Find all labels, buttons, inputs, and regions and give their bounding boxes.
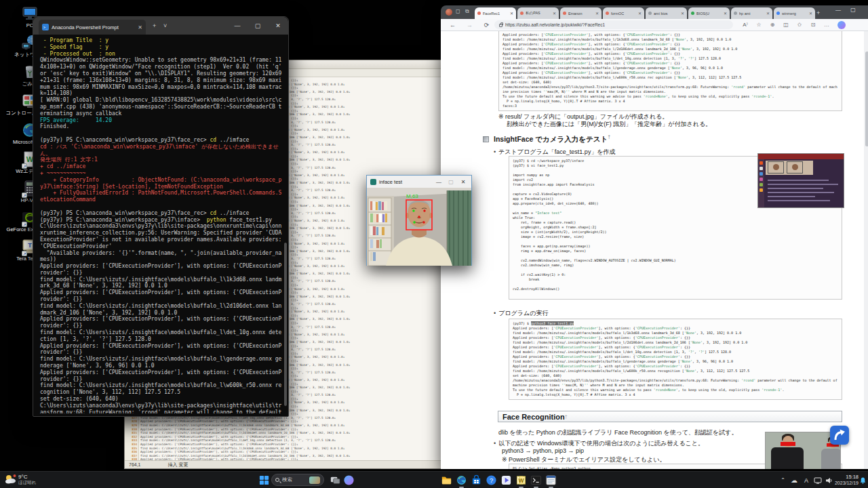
landmark-nose <box>418 216 420 218</box>
copilot-icon[interactable] <box>837 21 846 29</box>
svg-text:?: ? <box>490 476 493 484</box>
browser-tab-2[interactable]: 私のPAS✕ <box>517 7 559 19</box>
date-text: 2023/12/19 <box>835 480 859 486</box>
browser-tab-4[interactable]: formOC✕ <box>603 7 644 19</box>
thumbnail-face-2 <box>787 161 803 174</box>
browser-window[interactable]: ◻ ⧉ FaceRec1✕私のPAS✕Emanon✕formOC✕ami bio… <box>441 5 868 469</box>
start-button[interactable] <box>258 474 270 486</box>
anchor-icon[interactable]: † <box>565 414 568 419</box>
bullet-run-program: プログラムの実行 <box>494 309 548 318</box>
section-heading-face-recognition: Face Recognition † <box>498 411 842 422</box>
heading-bullet-square <box>483 136 489 142</box>
intro-paragraph: dlib を使った Python の顔認識ライブラリ Face Recognit… <box>498 428 738 437</box>
tab-label: ami bios <box>654 12 679 16</box>
terminal-window[interactable]: >_ Anaconda Powershell Prompt ✕ + ˅ — ▢ … <box>33 16 289 417</box>
page-scrollbar[interactable] <box>864 31 868 469</box>
taskbar-copilot-button[interactable] <box>343 474 355 486</box>
taskbar-microsoft-store-button[interactable] <box>471 474 482 486</box>
svg-text:T: T <box>28 242 32 249</box>
terminal-scrollbar[interactable] <box>283 35 288 413</box>
terminal-maximize-button[interactable]: ▢ <box>248 17 268 35</box>
tab-close-icon[interactable]: ✕ <box>724 11 727 16</box>
terminal-tab[interactable]: >_ Anaconda Powershell Prompt ✕ <box>39 20 146 35</box>
webcam-minimize-button[interactable]: — <box>434 179 443 185</box>
browser-tab-1[interactable]: FaceRec1✕ <box>475 7 516 19</box>
notification-bell-icon[interactable] <box>859 472 867 488</box>
editor-statusbar: 764,1 挿入 変更 <box>125 460 474 468</box>
browser-tab-3[interactable]: Emanon✕ <box>560 7 601 19</box>
screenshot-thumbnail-ubuntu[interactable] <box>757 153 844 208</box>
favorites-bar-icon[interactable]: ✩ <box>793 22 806 28</box>
taskbar-edge-browser-button[interactable] <box>456 474 467 486</box>
browser-tab-8[interactable]: winmerg✕ <box>774 7 815 19</box>
browser-toolbar: ← → ⟳ https://izutsu.aafl.netvolante.jp/… <box>441 19 868 31</box>
volume-icon[interactable] <box>825 472 833 488</box>
split-screen-icon[interactable]: ◫ <box>779 22 793 28</box>
tab-favicon-icon <box>606 12 609 15</box>
terminal-minimize-button[interactable]: — <box>227 17 248 35</box>
tab-close-icon[interactable]: ✕ <box>681 11 684 16</box>
tab-label: Emanon <box>568 12 593 16</box>
page-top-button[interactable] <box>830 426 849 445</box>
webcam-titlebar[interactable]: inface test — ▢ ✕ <box>367 176 471 188</box>
browser-new-tab-button[interactable]: + <box>816 9 820 16</box>
browser-tabstrip: ◻ ⧉ FaceRec1✕私のPAS✕Emanon✕formOC✕ami bio… <box>441 5 868 19</box>
tab-close-icon[interactable]: ✕ <box>766 11 770 16</box>
webcam-window[interactable]: inface test — ▢ ✕ <box>366 175 472 266</box>
tray-chevron-icon[interactable]: ⌃ <box>781 472 785 488</box>
browser-minimize-button[interactable]: — <box>831 7 845 13</box>
taskbar-clipchamp-button[interactable] <box>500 474 512 486</box>
address-bar[interactable]: https://izutsu.aafl.netvolante.jp/pukiwi… <box>494 20 733 29</box>
tab-close-icon[interactable]: ✕ <box>595 11 599 16</box>
taskbar-winmerge-button[interactable]: W <box>515 474 527 486</box>
terminal-tab-close-icon[interactable]: ✕ <box>138 24 142 30</box>
task-view-button[interactable] <box>330 474 341 486</box>
profile-avatar[interactable] <box>446 9 452 16</box>
new-tab-button[interactable]: + <box>153 22 156 30</box>
shortcut-arrow-icon: ↗ <box>22 192 27 198</box>
landmark-left-eye <box>412 209 414 211</box>
taskbar-search[interactable]: 検索 <box>271 474 324 486</box>
terminal-close-button[interactable]: ✕ <box>268 17 288 35</box>
refresh-button[interactable]: ⟳ <box>481 22 492 28</box>
taskbar-get-help-button[interactable]: ? <box>486 474 497 486</box>
tab-actions-icon[interactable]: ⧉ <box>465 8 469 15</box>
settings-menu-icon[interactable]: … <box>820 22 833 28</box>
tab-close-icon[interactable]: ✕ <box>553 11 556 16</box>
favorites-icon[interactable]: ☆ <box>752 22 766 28</box>
webcam-close-button[interactable]: ✕ <box>458 179 468 185</box>
powershell-icon: >_ <box>42 24 49 30</box>
webcam-maximize-button[interactable]: ▢ <box>446 179 456 185</box>
display-cast-icon[interactable] <box>814 472 822 488</box>
tab-favicon-icon <box>648 12 652 15</box>
taskbar-windows-terminal-button[interactable] <box>530 474 542 486</box>
workspaces-icon[interactable]: ◻ <box>456 8 460 14</box>
tab-close-icon[interactable]: ✕ <box>638 11 642 16</box>
extensions-icon[interactable]: ⊡ <box>806 22 820 28</box>
landmark-mouth-left <box>413 221 415 223</box>
browser-maximize-button[interactable]: ▢ <box>846 7 860 13</box>
onedrive-icon[interactable]: ☁ <box>791 472 797 488</box>
anchor-icon[interactable]: † <box>608 134 610 139</box>
taskbar-text-editor-app-button[interactable] <box>545 474 557 486</box>
tab-close-icon[interactable]: ✕ <box>809 11 812 16</box>
ubuntu-dock <box>758 159 764 207</box>
read-aloud-icon[interactable]: A⁾ <box>738 22 752 28</box>
weather-widget[interactable]: 9°C ほぼ晴れ <box>4 473 36 485</box>
browser-tab-7[interactable]: hp ami✕ <box>731 7 772 19</box>
collections-icon[interactable]: ⊕ <box>766 22 779 28</box>
back-button[interactable]: ← <box>448 22 458 28</box>
landmark-mouth-right <box>422 221 425 223</box>
browser-tab-6[interactable]: BIOS(U✕ <box>688 7 730 19</box>
forward-button[interactable]: → <box>465 22 475 28</box>
tab-close-icon[interactable]: ✕ <box>510 11 513 16</box>
taskbar-file-explorer-button[interactable] <box>441 474 452 486</box>
taskbar: 9°C ほぼ晴れ 検索 ?W ⌃ ☁ A 15:18 202 <box>0 471 868 488</box>
url-text[interactable]: https://izutsu.aafl.netvolante.jp/pukiwi… <box>505 22 605 27</box>
tab-dropdown-button[interactable]: ˅ <box>163 22 167 30</box>
terminal-titlebar[interactable]: >_ Anaconda Powershell Prompt ✕ + ˅ — ▢ … <box>33 17 288 35</box>
webcam-video-frame: M,63 <box>367 188 471 266</box>
ime-indicator[interactable]: A <box>804 472 808 488</box>
browser-tab-5[interactable]: ami bios✕ <box>646 7 687 19</box>
taskbar-clock[interactable]: 15:18 2023/12/19 <box>835 474 859 486</box>
